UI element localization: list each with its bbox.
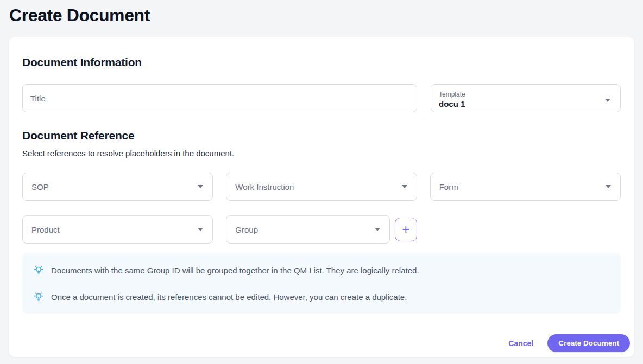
- form-select[interactable]: Form: [430, 173, 621, 201]
- chevron-down-icon: [605, 99, 610, 102]
- tip-row: Once a document is created, its referenc…: [33, 291, 610, 303]
- title-input[interactable]: [22, 84, 417, 112]
- chevron-down-icon: [402, 185, 407, 188]
- work-instruction-select[interactable]: Work Instruction: [226, 173, 417, 201]
- product-select-placeholder: Product: [31, 225, 60, 234]
- grid-empty-cell: [430, 215, 621, 244]
- group-select-cell: Group +: [226, 215, 417, 244]
- work-instruction-select-placeholder: Work Instruction: [235, 182, 294, 191]
- template-select-value: docu 1: [439, 99, 465, 110]
- lightbulb-icon: [33, 264, 45, 276]
- chevron-down-icon: [606, 185, 611, 188]
- document-reference-grid: SOP Work Instruction Form Product Group …: [22, 173, 621, 244]
- tip-row: Documents with the same Group ID will be…: [33, 264, 610, 276]
- footer-actions: Cancel Create Document: [22, 334, 630, 352]
- group-select-placeholder: Group: [235, 225, 258, 234]
- tips-box: Documents with the same Group ID will be…: [22, 253, 621, 314]
- tip-text: Once a document is created, its referenc…: [51, 291, 407, 303]
- chevron-down-icon: [198, 185, 203, 188]
- template-select-texts: Template docu 1: [439, 91, 465, 110]
- group-select[interactable]: Group: [226, 215, 389, 244]
- create-document-button[interactable]: Create Document: [547, 334, 630, 352]
- add-reference-button[interactable]: +: [395, 218, 417, 241]
- template-select-label: Template: [439, 91, 465, 99]
- create-document-card: Document Information Template docu 1 Doc…: [9, 37, 634, 357]
- form-select-placeholder: Form: [439, 182, 458, 191]
- chevron-down-icon: [375, 228, 380, 231]
- product-select[interactable]: Product: [22, 215, 213, 244]
- template-select[interactable]: Template docu 1: [431, 84, 621, 112]
- document-reference-description: Select references to resolve placeholder…: [22, 148, 621, 159]
- page-title: Create Document: [0, 0, 643, 26]
- tip-text: Documents with the same Group ID will be…: [51, 265, 419, 276]
- sop-select-placeholder: SOP: [31, 182, 49, 191]
- chevron-down-icon: [198, 228, 203, 231]
- document-information-fields: Template docu 1: [22, 84, 621, 112]
- cancel-button[interactable]: Cancel: [508, 339, 533, 348]
- sop-select[interactable]: SOP: [22, 173, 213, 201]
- document-reference-heading: Document Reference: [22, 129, 621, 143]
- lightbulb-icon: [33, 291, 45, 303]
- document-information-heading: Document Information: [22, 55, 621, 69]
